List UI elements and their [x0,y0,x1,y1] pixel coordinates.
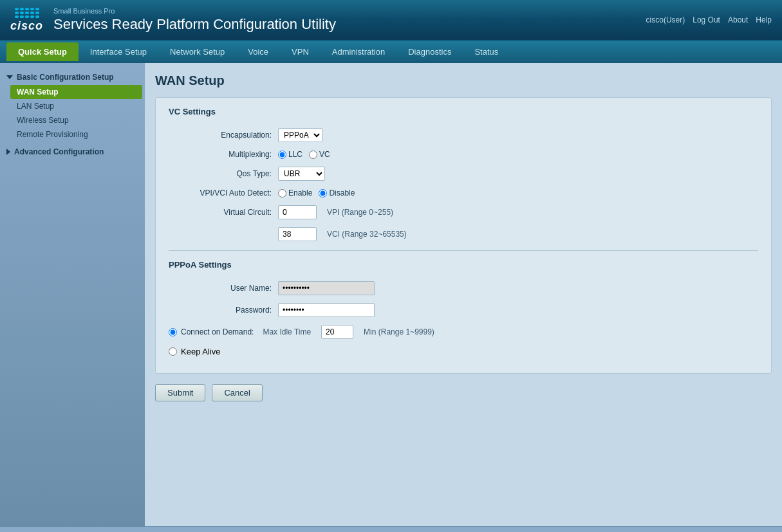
cisco-brand: cisco [10,19,43,33]
vpi-row: Virtual Circuit: VPI (Range 0~255) [169,205,758,219]
sidebar-section-basic: Basic Configuration Setup WAN Setup LAN … [0,69,145,142]
nav-vpn[interactable]: VPN [280,42,321,61]
header: cisco Small Business Pro Services Ready … [0,0,782,40]
cisco-logo: cisco [10,8,43,33]
virtual-circuit-label: Virtual Circuit: [169,208,272,217]
vpivci-enable[interactable]: Enable [278,188,312,197]
sidebar-collapse-arrow [6,75,13,79]
vci-input[interactable] [278,227,317,241]
sidebar-section-header[interactable]: Basic Configuration Setup [0,69,145,85]
multiplexing-label: Multiplexing: [169,150,272,159]
connect-on-demand-row: Connect on Demand: Max Idle Time Min (Ra… [169,325,758,339]
vci-row: VCI (Range 32~65535) [278,227,758,241]
vpi-input[interactable] [278,205,317,219]
multiplexing-vc[interactable]: VC [309,150,330,159]
nav-diagnostics[interactable]: Diagnostics [396,42,463,61]
vpivci-enable-radio[interactable] [278,189,286,197]
encapsulation-select[interactable]: PPPoA PPPoE Bridge IPoA IPoE [278,128,322,142]
username-row: User Name: [169,281,758,295]
sidebar-items: WAN Setup LAN Setup Wireless Setup Remot… [0,85,145,142]
connect-demand-radio[interactable] [169,328,177,336]
multiplexing-vc-label: VC [319,150,330,159]
navbar: Quick Setup Interface Setup Network Setu… [0,40,782,63]
multiplexing-llc-label: LLC [288,150,303,159]
submit-button[interactable]: Submit [155,384,205,401]
multiplexing-llc-radio[interactable] [278,151,286,159]
password-label: Password: [169,306,272,315]
user-display: cisco(User) [646,15,685,24]
help-link[interactable]: Help [756,15,772,24]
nav-status[interactable]: Status [463,42,510,61]
sidebar: Basic Configuration Setup WAN Setup LAN … [0,63,145,526]
content-area: Basic Configuration Setup WAN Setup LAN … [0,63,782,526]
main-content: WAN Setup VC Settings Encapsulation: PPP… [145,63,782,526]
multiplexing-row: Multiplexing: LLC VC [169,150,758,159]
nav-voice[interactable]: Voice [236,42,280,61]
form-buttons: Submit Cancel [155,384,772,401]
vpivci-row: VPI/VCI Auto Detect: Enable Disable [169,188,758,197]
sidebar-advanced-header[interactable]: Advanced Configuration [0,144,145,160]
sidebar-section-advanced: Advanced Configuration [0,144,145,160]
vpivci-disable[interactable]: Disable [319,188,355,197]
password-row: Password: [169,303,758,317]
min-hint: Min (Range 1~9999) [364,327,434,336]
vpivci-label: VPI/VCI Auto Detect: [169,188,272,197]
sidebar-advanced-label: Advanced Configuration [14,147,104,156]
connect-demand-label-group: Connect on Demand: [169,327,254,336]
multiplexing-llc[interactable]: LLC [278,150,303,159]
sidebar-advanced-arrow [6,149,10,155]
header-title: Small Business Pro Services Ready Platfo… [53,7,636,33]
keep-alive-radio[interactable] [169,347,177,356]
page-title: WAN Setup [155,73,772,88]
nav-administration[interactable]: Administration [321,42,396,61]
username-label: User Name: [169,284,272,293]
max-idle-time-label: Max Idle Time [263,327,311,336]
multiplexing-vc-radio[interactable] [309,151,317,159]
keep-alive-label: Keep Alive [181,347,220,356]
section-divider [169,250,758,251]
vpi-hint: VPI (Range 0~255) [327,208,393,217]
max-idle-time-input[interactable] [321,325,353,339]
keep-alive-row: Keep Alive [169,347,758,356]
vc-settings-title: VC Settings [169,107,758,119]
brand-sub: Small Business Pro [53,7,636,15]
about-link[interactable]: About [728,15,748,24]
vci-hint: VCI (Range 32~65535) [327,230,407,239]
cisco-dots [15,8,39,18]
app-title: Services Ready Platform Configuration Ut… [53,16,636,33]
sidebar-item-lan-setup[interactable]: LAN Setup [10,99,145,113]
footer: © 2010 Cisco Systems, Inc. All Rights Re… [0,526,782,532]
header-right: cisco(User) Log Out About Help [646,15,772,24]
nav-interface-setup[interactable]: Interface Setup [79,42,158,61]
sidebar-section-label: Basic Configuration Setup [17,73,114,82]
nav-quick-setup[interactable]: Quick Setup [6,42,79,61]
multiplexing-radio-group: LLC VC [278,150,330,159]
keep-alive-group: Keep Alive [169,347,220,356]
username-input[interactable] [278,281,375,295]
vpivci-enable-label: Enable [288,188,312,197]
pppoa-settings-title: PPPoA Settings [169,260,758,272]
qos-row: Qos Type: UBR CBR VBR-nrt VBR-rt [169,167,758,181]
cancel-button[interactable]: Cancel [212,384,262,401]
connect-demand-label: Connect on Demand: [181,327,254,336]
encapsulation-label: Encapsulation: [169,131,272,140]
sidebar-item-wan-setup[interactable]: WAN Setup [10,85,142,99]
vpivci-disable-label: Disable [329,188,355,197]
vpivci-disable-radio[interactable] [319,189,327,197]
vpivci-radio-group: Enable Disable [278,188,355,197]
qos-select[interactable]: UBR CBR VBR-nrt VBR-rt [278,167,325,181]
logout-link[interactable]: Log Out [693,15,720,24]
nav-network-setup[interactable]: Network Setup [158,42,236,61]
vc-settings-box: VC Settings Encapsulation: PPPoA PPPoE B… [155,97,772,374]
sidebar-item-remote-provisioning[interactable]: Remote Provisioning [10,127,145,142]
qos-label: Qos Type: [169,169,272,178]
encapsulation-row: Encapsulation: PPPoA PPPoE Bridge IPoA I… [169,128,758,142]
sidebar-item-wireless-setup[interactable]: Wireless Setup [10,113,145,127]
password-input[interactable] [278,303,375,317]
